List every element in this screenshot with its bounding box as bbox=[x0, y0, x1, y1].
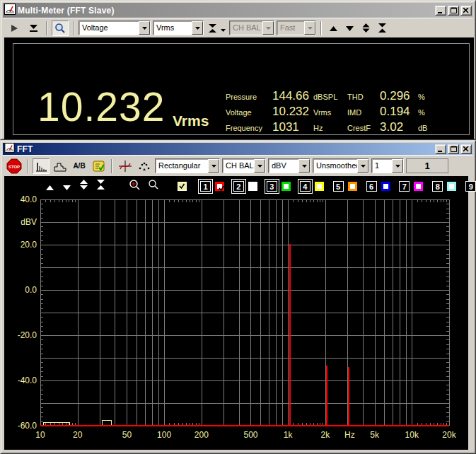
chevron-down-icon bbox=[262, 21, 274, 35]
x-axis-unit-label: Hz bbox=[344, 430, 355, 440]
x-axis-tick-label: 20k bbox=[442, 430, 456, 440]
separator bbox=[111, 159, 112, 173]
shift-down-button[interactable] bbox=[342, 21, 356, 36]
fft-smoothing-combo[interactable]: Unsmoothed bbox=[313, 158, 369, 173]
y-axis-unit-label: dBV bbox=[21, 217, 37, 227]
chevron-down-icon[interactable] bbox=[208, 159, 219, 173]
magnifier-button[interactable] bbox=[52, 21, 69, 36]
y-axis-tick-label: -20.0 bbox=[18, 330, 37, 340]
x-axis-tick-label: 10 bbox=[35, 430, 45, 440]
meter-titlebar[interactable]: Multi-Meter (FFT Slave) bbox=[3, 3, 473, 18]
x-axis-tick-label: 50 bbox=[122, 430, 132, 440]
compress-range-button[interactable] bbox=[206, 21, 219, 36]
octave-bars-button[interactable] bbox=[52, 158, 69, 174]
run-button[interactable] bbox=[6, 21, 23, 36]
separator bbox=[46, 21, 47, 35]
y-axis-tick-label: -40.0 bbox=[18, 376, 37, 385]
meter-readout-label: Pressure bbox=[226, 93, 271, 101]
collapse-to-line-button[interactable] bbox=[25, 21, 42, 36]
svg-text:STOP: STOP bbox=[8, 164, 20, 168]
fft-plot: 40.020.00.0-20.0-40.0-60.0dBV10205010020… bbox=[4, 176, 468, 450]
meter-toolbar: Voltage Vrms CH BAL Fast bbox=[3, 18, 473, 37]
multi-meter-window: Multi-Meter (FFT Slave) Voltage Vrms CH … bbox=[0, 0, 476, 140]
meter-readout-unit2: dB bbox=[418, 124, 436, 132]
chevron-down-icon bbox=[304, 21, 315, 35]
meter-readout-value: 144.66 bbox=[272, 89, 312, 103]
shift-up-button[interactable] bbox=[326, 21, 340, 36]
close-button[interactable] bbox=[460, 6, 472, 16]
meter-readout-grid: Pressure144.66dBSPLTHD0.296%Voltage10.23… bbox=[226, 89, 436, 136]
chevron-down-icon[interactable] bbox=[357, 159, 368, 173]
x-axis-tick-label: 500 bbox=[243, 430, 257, 440]
fft-titlebar[interactable]: FFT bbox=[3, 143, 473, 155]
x-axis-tick-label: 10k bbox=[405, 430, 419, 440]
spectrum-view-button[interactable] bbox=[33, 158, 50, 174]
x-axis-tick-label: 20 bbox=[73, 430, 83, 440]
y-axis-tick-label: 40.0 bbox=[21, 194, 37, 204]
meter-readout-value2: 0.194 bbox=[380, 105, 417, 119]
meter-readout-value: 10.232 bbox=[272, 105, 312, 119]
fft-plot-area: 123456789 40.020.00.0-20.0-40.0-60.0dBV1… bbox=[4, 176, 468, 450]
x-axis-tick-label: 1k bbox=[284, 430, 294, 440]
meter-channel-combo: CH BAL bbox=[229, 21, 274, 35]
fft-average-combo[interactable]: 1 bbox=[371, 158, 404, 173]
meter-readout-unit: Hz bbox=[313, 124, 346, 132]
y-axis-tick-label: 20.0 bbox=[21, 240, 37, 250]
meter-readout-unit: Vrms bbox=[313, 108, 346, 117]
chevron-down-icon[interactable] bbox=[254, 159, 265, 173]
meter-readout-value2: 0.296 bbox=[380, 89, 417, 103]
meter-speed-combo: Fast bbox=[277, 21, 316, 35]
x-axis-tick-label: 2k bbox=[321, 430, 331, 440]
meter-readout-label2: THD bbox=[347, 93, 378, 101]
fft-toolbar: STOP A/B Rectangular CH BAL dBV Unsmooth… bbox=[3, 155, 473, 176]
separator bbox=[320, 21, 322, 35]
meter-readout-unit: dBSPL bbox=[313, 93, 346, 101]
fft-window-title: FFT bbox=[17, 144, 433, 154]
meter-readout-label2: CrestF bbox=[347, 124, 378, 132]
chevron-down-icon[interactable] bbox=[139, 21, 150, 35]
main-reading-value: 10.232 bbox=[37, 87, 165, 127]
chevron-down-icon[interactable] bbox=[298, 159, 310, 173]
separator bbox=[73, 21, 74, 35]
fft-channel-combo[interactable]: CH BAL bbox=[222, 158, 266, 173]
maximize-button[interactable] bbox=[448, 6, 459, 16]
cursor-readout-button[interactable] bbox=[117, 158, 134, 174]
chevron-down-icon[interactable] bbox=[192, 21, 203, 35]
meter-window-title: Multi-Meter (FFT Slave) bbox=[18, 6, 433, 16]
fft-window-function-combo[interactable]: Rectangular bbox=[155, 158, 220, 173]
options-checklist-button[interactable] bbox=[90, 158, 107, 174]
maximize-button[interactable] bbox=[448, 144, 459, 154]
meter-readout-value2: 3.02 bbox=[380, 120, 417, 134]
stop-button[interactable]: STOP bbox=[6, 158, 23, 174]
expand-scale-button[interactable] bbox=[359, 21, 373, 36]
chevron-down-icon[interactable] bbox=[392, 159, 403, 173]
meter-app-icon bbox=[4, 4, 16, 18]
meter-readout-unit2: % bbox=[418, 93, 436, 101]
y-axis-tick-label: -60.0 bbox=[18, 421, 37, 431]
unit-combo[interactable]: Vrms bbox=[153, 21, 204, 35]
y-axis-tick-label: 0.0 bbox=[25, 285, 37, 295]
meter-readout-value: 1031 bbox=[272, 120, 312, 134]
compress-scale-button[interactable] bbox=[375, 21, 389, 36]
minimize-button[interactable] bbox=[435, 6, 446, 16]
average-count-display: 1 bbox=[406, 158, 448, 173]
fft-unit-combo[interactable]: dBV bbox=[268, 158, 310, 173]
ab-compare-button[interactable]: A/B bbox=[71, 158, 88, 174]
x-axis-tick-label: 5k bbox=[370, 430, 380, 440]
meter-readout-label: Voltage bbox=[226, 108, 271, 117]
quantity-combo[interactable]: Voltage bbox=[79, 21, 151, 35]
meter-readout-label: Frequency bbox=[226, 124, 271, 132]
meter-display: 10.232 Vrms Pressure144.66dBSPLTHD0.296%… bbox=[4, 37, 474, 139]
fft-app-icon bbox=[4, 143, 15, 156]
close-button[interactable] bbox=[460, 144, 472, 154]
chevron-down-icon[interactable] bbox=[221, 22, 226, 35]
minimize-button[interactable] bbox=[435, 144, 446, 154]
meter-readout-unit2: % bbox=[418, 108, 436, 117]
x-axis-tick-label: 200 bbox=[195, 430, 209, 440]
separator bbox=[27, 159, 28, 173]
main-reading-unit: Vrms bbox=[173, 112, 209, 129]
fft-window: FFT STOP A/B Rectangular CH BAL dBV bbox=[0, 140, 476, 454]
peak-markers-button[interactable] bbox=[136, 158, 153, 174]
x-axis-tick-label: 100 bbox=[157, 430, 171, 440]
meter-readout-label2: IMD bbox=[347, 108, 378, 117]
